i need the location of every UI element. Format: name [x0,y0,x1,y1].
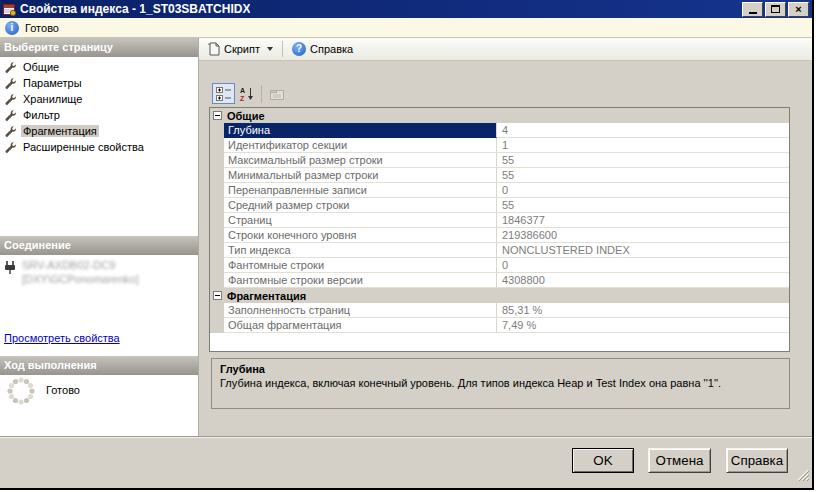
property-name[interactable]: Фантомные строки [224,258,497,273]
index-properties-dialog: Свойства индекса - 1_ST03SBATCHIDX × i Г… [0,0,814,490]
sidebar-page-label: Расширенные свойства [21,141,146,153]
resize-grip[interactable] [795,467,809,483]
grid-margin [210,273,224,288]
description-title: Глубина [220,363,781,375]
grid-margin [210,168,224,183]
alphabetical-view-button[interactable]: A Z [235,83,258,104]
collapse-icon[interactable] [213,291,222,300]
property-row[interactable]: Строки конечного уровня219386600 [210,228,789,243]
property-value: 55 [497,153,789,168]
title-bar[interactable]: Свойства индекса - 1_ST03SBATCHIDX × [0,0,812,18]
sidebar-page-label: Параметры [21,77,84,89]
view-connection-properties-link[interactable]: Просмотреть свойства [4,332,120,344]
property-row[interactable]: Тип индексаNONCLUSTERED INDEX [210,243,789,258]
property-pages-button [265,83,288,104]
category-label: Общие [224,108,789,123]
progress-header: Ход выполнения [0,356,198,375]
window-title: Свойства индекса - 1_ST03SBATCHIDX [20,2,250,16]
connection-header: Соединение [0,236,198,255]
script-button[interactable]: Скрипт [203,40,277,58]
wrench-icon [4,93,16,105]
toolbar-separator [282,41,283,57]
sidebar-page-label: Хранилище [21,93,84,105]
connection-server: SRV-AXDB02-DC9 [22,258,139,272]
property-value: 219386600 [497,228,789,243]
sidebar: Выберите страницу ОбщиеПараметрыХранилищ… [0,38,199,436]
progress-status: Готово [6,376,80,406]
cancel-button[interactable]: Отмена [648,448,711,473]
property-row[interactable]: Заполненность страниц85,31 % [210,303,789,318]
main-toolbar: Скрипт ? Справка [199,38,812,61]
help-icon: ? [292,42,306,56]
property-name[interactable]: Идентификатор секции [224,138,497,153]
status-bar: i Готово [0,18,812,38]
connection-icon [3,260,17,286]
property-name[interactable]: Максимальный размер строки [224,153,497,168]
property-row[interactable]: Страниц1846377 [210,213,789,228]
minimize-icon [749,12,757,14]
close-button[interactable]: × [788,2,809,17]
property-value: 4308800 [497,273,789,288]
property-row[interactable]: Перенаправленные записи0 [210,183,789,198]
property-name[interactable]: Минимальный размер строки [224,168,497,183]
sidebar-page-item[interactable]: Общие [0,59,198,75]
spinner-icon [6,376,36,406]
property-name[interactable]: Страниц [224,213,497,228]
property-row[interactable]: Минимальный размер строки55 [210,168,789,183]
footer-bar: OK Отмена Справка [0,436,812,488]
property-value: NONCLUSTERED INDEX [497,243,789,258]
property-row[interactable]: Средний размер строки55 [210,198,789,213]
property-description-box: Глубина Глубина индекса, включая конечны… [211,358,790,409]
status-text: Готово [25,22,59,34]
property-name[interactable]: Общая фрагментация [224,318,497,333]
help-toolbar-button[interactable]: ? Справка [288,40,357,58]
minimize-button[interactable] [742,2,763,17]
app-icon [3,3,16,16]
property-value: 4 [497,123,789,138]
property-name[interactable]: Средний размер строки [224,198,497,213]
sidebar-page-label: Фрагментация [21,125,99,137]
close-icon: × [795,4,801,15]
grid-margin [210,153,224,168]
select-page-header: Выберите страницу [0,38,198,57]
grid-margin [210,183,224,198]
page-list: ОбщиеПараметрыХранилищеФильтрФрагментаци… [0,59,198,155]
sidebar-page-item[interactable]: Фрагментация [0,123,198,139]
wrench-icon [4,61,16,73]
sidebar-page-item[interactable]: Фильтр [0,107,198,123]
grid-margin [210,213,224,228]
grid-margin [210,243,224,258]
property-row[interactable]: Максимальный размер строки55 [210,153,789,168]
property-name[interactable]: Перенаправленные записи [224,183,497,198]
grid-margin [210,138,224,153]
sidebar-page-item[interactable]: Расширенные свойства [0,139,198,155]
sidebar-page-label: Фильтр [21,109,62,121]
property-name[interactable]: Фантомные строки версии [224,273,497,288]
property-value: 85,31 % [497,303,789,318]
property-category-row[interactable]: Общие [210,108,789,123]
collapse-icon[interactable] [213,111,222,120]
sidebar-page-item[interactable]: Параметры [0,75,198,91]
property-row[interactable]: Идентификатор секции1 [210,138,789,153]
property-value: 55 [497,198,789,213]
help-button[interactable]: Справка [726,448,788,473]
script-button-label: Скрипт [224,43,260,55]
property-row[interactable]: Фантомные строки0 [210,258,789,273]
property-name[interactable]: Заполненность страниц [224,303,497,318]
grid-margin [210,228,224,243]
property-row[interactable]: Общая фрагментация7,49 % [210,318,789,333]
property-row[interactable]: Глубина4 [210,123,789,138]
wrench-icon [4,125,16,137]
property-category-row[interactable]: Фрагментация [210,288,789,303]
sidebar-page-item[interactable]: Хранилище [0,91,198,107]
property-name[interactable]: Строки конечного уровня [224,228,497,243]
progress-text: Готово [46,384,80,396]
sidebar-page-label: Общие [21,61,61,73]
property-value: 55 [497,168,789,183]
property-name[interactable]: Глубина [224,123,497,138]
property-row[interactable]: Фантомные строки версии4308800 [210,273,789,288]
ok-button[interactable]: OK [572,448,634,473]
property-name[interactable]: Тип индекса [224,243,497,258]
categorized-view-button[interactable] [212,83,235,104]
maximize-button[interactable] [765,2,786,17]
